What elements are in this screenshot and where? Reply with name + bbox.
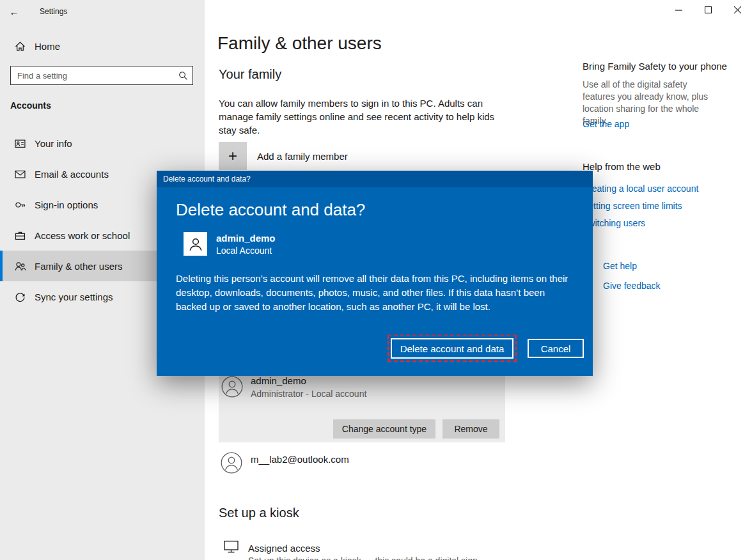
window-controls xyxy=(664,0,752,19)
search-box xyxy=(10,66,193,85)
close-icon xyxy=(734,6,741,13)
minimize-button[interactable] xyxy=(664,0,693,19)
sidebar-home-label: Home xyxy=(35,41,60,52)
get-help-link[interactable]: Get help xyxy=(603,261,637,271)
maximize-icon xyxy=(705,6,712,13)
give-feedback-link[interactable]: Give feedback xyxy=(603,281,661,291)
dialog-account-row: admin_demo Local Account xyxy=(184,232,276,256)
sidebar-titlebar: ← Settings xyxy=(0,0,205,23)
search-input[interactable] xyxy=(11,71,173,81)
sidebar-item-label: Sync your settings xyxy=(35,292,113,302)
user-avatar-icon xyxy=(221,452,242,474)
dialog-body-text: Deleting this person’s account will remo… xyxy=(176,272,577,314)
user-row-m-lab2[interactable]: m__lab2@outlook.com xyxy=(219,447,505,481)
family-safety-promo-heading: Bring Family Safety to your phone xyxy=(583,61,748,72)
user-name: admin_demo xyxy=(251,375,306,386)
home-icon xyxy=(14,40,26,52)
close-button[interactable] xyxy=(723,0,752,19)
sidebar-item-your-info[interactable]: Your info xyxy=(0,128,205,159)
app-title: Settings xyxy=(40,7,67,16)
user-avatar-icon xyxy=(221,376,243,398)
your-family-description: You can allow family members to sign in … xyxy=(219,97,510,137)
sidebar-item-home[interactable]: Home xyxy=(0,33,205,59)
maximize-button[interactable] xyxy=(693,0,723,19)
family-icon xyxy=(14,260,26,272)
delete-account-and-data-button[interactable]: Delete account and data xyxy=(391,338,513,359)
right-panel: Bring Family Safety to your phone Use al… xyxy=(583,0,748,560)
delete-account-dialog: Delete account and data? Delete account … xyxy=(157,171,593,376)
briefcase-icon xyxy=(14,229,26,241)
sidebar-item-label: Your info xyxy=(35,138,72,149)
dialog-heading: Delete account and data? xyxy=(176,200,365,220)
back-button[interactable]: ← xyxy=(0,1,28,22)
sidebar-item-label: Email & accounts xyxy=(35,169,109,180)
settings-window: ← Settings Home Accounts Your info xyxy=(0,0,752,560)
plus-icon: + xyxy=(219,142,247,170)
search-icon[interactable] xyxy=(173,71,192,81)
sidebar-item-label: Sign-in options xyxy=(35,199,98,210)
user-name: m__lab2@outlook.com xyxy=(251,454,349,465)
key-icon xyxy=(14,199,26,210)
help-link-screen-time-limits[interactable]: Setting screen time limits xyxy=(583,201,682,211)
dialog-titlebar: Delete account and data? xyxy=(157,171,593,187)
sidebar-section-accounts: Accounts xyxy=(10,100,51,111)
your-family-heading: Your family xyxy=(219,67,281,82)
back-icon: ← xyxy=(10,6,19,17)
sync-icon xyxy=(14,291,26,302)
assigned-access-icon xyxy=(224,540,239,554)
sidebar-item-label: Access work or school xyxy=(35,230,130,241)
get-the-app-link[interactable]: Get the app xyxy=(583,119,629,129)
change-account-type-button[interactable]: Change account type xyxy=(333,419,435,439)
user-detail: Administrator - Local account xyxy=(251,389,366,399)
sidebar-item-label: Family & other users xyxy=(35,261,123,272)
minimize-icon xyxy=(675,6,682,13)
your-info-icon xyxy=(14,137,26,149)
dialog-avatar-icon xyxy=(184,232,207,256)
cancel-button[interactable]: Cancel xyxy=(528,339,584,358)
add-family-member-label: Add a family member xyxy=(257,151,348,162)
dialog-account-name: admin_demo xyxy=(216,233,276,244)
page-title: Family & other users xyxy=(217,33,382,54)
add-family-member-button[interactable]: + Add a family member xyxy=(219,142,348,170)
dialog-account-type: Local Account xyxy=(216,245,276,256)
help-from-web-heading: Help from the web xyxy=(583,161,661,172)
assigned-access-description: Set up this device as a kiosk — this cou… xyxy=(248,556,478,560)
assigned-access-label[interactable]: Assigned access xyxy=(248,543,320,554)
help-link-local-user-account[interactable]: Creating a local user account xyxy=(583,183,698,194)
kiosk-heading: Set up a kiosk xyxy=(219,506,299,520)
email-icon xyxy=(14,168,26,180)
remove-button[interactable]: Remove xyxy=(443,419,499,439)
